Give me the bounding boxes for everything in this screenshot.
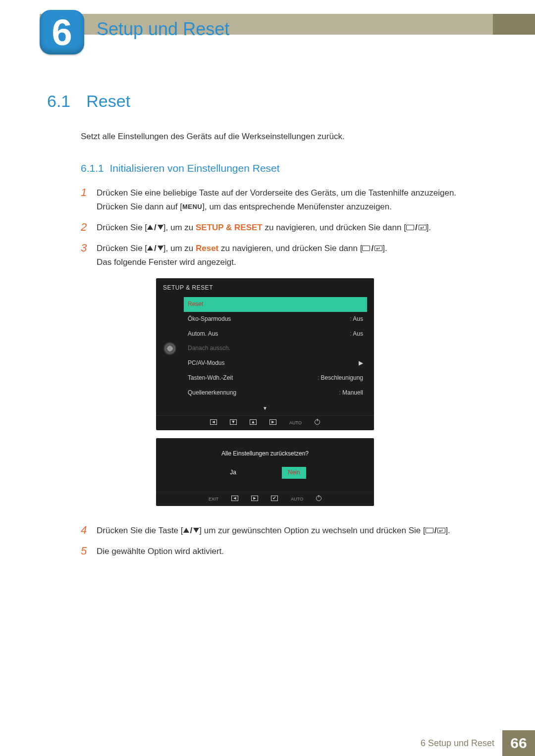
page-number: 66 — [502, 730, 535, 756]
source-icon — [406, 225, 414, 230]
subsection-title: Initialisieren von Einstellungen Reset — [109, 162, 279, 174]
enter-icon — [437, 528, 445, 533]
power-icon — [315, 419, 320, 425]
nav-right-icon: ► — [269, 419, 276, 425]
osd-item-label: Autom. Aus — [188, 329, 218, 339]
step-1: 1 Drücken Sie eine beliebige Taste auf d… — [81, 186, 493, 214]
nav-target: Reset — [196, 244, 218, 253]
exit-label: EXIT — [209, 496, 218, 503]
confirm-no-button[interactable]: Nein — [282, 467, 306, 479]
osd-item-label: Öko-Sparmodus — [188, 314, 231, 324]
triangle-up-icon — [147, 246, 153, 251]
nav-target: SETUP & RESET — [196, 223, 263, 232]
triangle-down-icon — [158, 225, 163, 230]
osd-item-value: Aus — [350, 314, 363, 324]
triangle-up-icon — [183, 528, 189, 533]
page-footer: 6 Setup und Reset 66 — [0, 730, 535, 756]
nav-up-icon: ▲ — [250, 419, 257, 425]
osd-title: SETUP & RESET — [156, 278, 374, 297]
osd-menu-item[interactable]: Danach aussch. — [184, 341, 367, 356]
osd-item-value: Aus — [350, 329, 363, 339]
osd-confirm-dialog: Alle Einstellungen zurücksetzen? Ja Nein… — [156, 438, 374, 506]
step-2: 2 Drücken Sie [/], um zu SETUP & RESET z… — [81, 221, 493, 235]
nav-left-icon: ◄ — [210, 419, 217, 425]
osd-setup-reset-menu: SETUP & RESET ResetÖko-SparmodusAusAutom… — [156, 278, 374, 430]
osd-menu-item[interactable]: Reset — [184, 297, 367, 312]
step-1-post: ], um das entsprechende Menüfenster anzu… — [202, 202, 392, 211]
step-3: 3 Drücken Sie [/], um zu Reset zu navigi… — [81, 242, 493, 517]
nav-select-icon: ✔ — [271, 496, 278, 501]
osd-item-label: Danach aussch. — [188, 344, 230, 353]
step-5: 5 Die gewählte Option wird aktiviert. — [81, 545, 493, 558]
osd-confirm-footer: EXIT ◄ ► ✔ AUTO — [156, 492, 374, 506]
nav-down-icon: ▼ — [230, 419, 237, 425]
section-intro: Setzt alle Einstellungen des Geräts auf … — [81, 132, 493, 142]
step-5-text: Die gewählte Option wird aktiviert. — [97, 545, 493, 558]
step-1-pre: Drücken Sie dann auf [ — [97, 202, 182, 211]
osd-menu-item[interactable]: PC/AV-Modus▶ — [184, 356, 367, 371]
osd-item-value: Beschleunigung — [318, 373, 363, 383]
power-icon — [316, 496, 321, 501]
osd-item-label: Tasten-Wdh.-Zeit — [188, 373, 233, 383]
osd-item-label: Quellenerkennung — [188, 388, 236, 398]
confirm-yes-button[interactable]: Ja — [224, 467, 242, 479]
auto-label: AUTO — [291, 496, 303, 503]
enter-icon — [419, 225, 427, 230]
gear-icon — [163, 342, 176, 355]
step-1-line1: Drücken Sie eine beliebige Taste auf der… — [97, 188, 456, 198]
submenu-arrow-icon: ▶ — [359, 358, 363, 368]
step-3-extra: Das folgende Fenster wird angezeigt. — [97, 257, 236, 267]
menu-icon: MENU — [182, 203, 202, 210]
osd-menu-item[interactable]: Tasten-Wdh.-ZeitBeschleunigung — [184, 371, 367, 386]
source-icon — [426, 528, 433, 533]
osd-menu-item[interactable]: Öko-SparmodusAus — [184, 312, 367, 327]
osd-item-label: PC/AV-Modus — [188, 358, 224, 368]
subsection-heading: 6.1.1 Initialisieren von Einstellungen R… — [81, 162, 493, 174]
section-title: Reset — [86, 92, 130, 111]
scroll-down-indicator: ▼ — [156, 404, 374, 416]
section-heading: 6.1 Reset — [47, 92, 493, 111]
triangle-down-icon — [158, 246, 163, 251]
step-4: 4 Drücken Sie die Taste [/] um zur gewün… — [81, 524, 493, 538]
confirm-question: Alle Einstellungen zurücksetzen? — [156, 438, 374, 467]
nav-left-icon: ◄ — [231, 496, 238, 501]
osd-footer-hints: ◄ ▼ ▲ ► AUTO — [156, 415, 374, 430]
osd-menu-item[interactable]: Autom. AusAus — [184, 327, 367, 342]
triangle-up-icon — [147, 225, 153, 230]
osd-menu-list: ResetÖko-SparmodusAusAutom. AusAusDanach… — [184, 297, 374, 401]
subsection-number: 6.1.1 — [81, 162, 104, 174]
section-number: 6.1 — [47, 92, 70, 111]
osd-menu-item[interactable]: QuellenerkennungManuell — [184, 386, 367, 401]
auto-label: AUTO — [289, 419, 302, 427]
osd-item-label: Reset — [188, 300, 203, 309]
osd-item-value: Manuell — [339, 388, 363, 398]
enter-icon — [374, 246, 382, 251]
triangle-down-icon — [193, 528, 199, 533]
nav-right-icon: ► — [251, 496, 258, 501]
chapter-number-chip: 6 — [40, 10, 84, 54]
chapter-title: Setup und Reset — [97, 19, 229, 40]
source-icon — [362, 246, 370, 251]
footer-chapter-label: 6 Setup und Reset — [421, 738, 502, 749]
